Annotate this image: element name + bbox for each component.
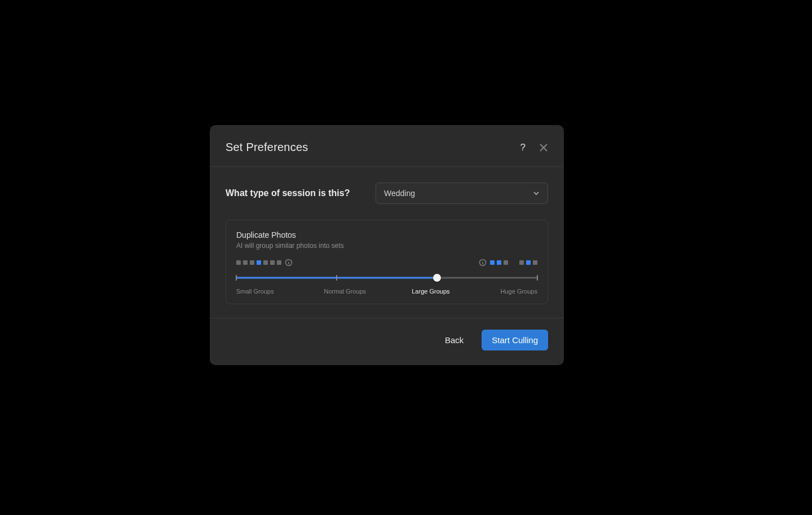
preferences-modal: Set Preferences ? What type of session i… — [210, 125, 564, 365]
session-type-value: Wedding — [384, 189, 415, 198]
svg-point-7 — [482, 260, 483, 261]
info-icon[interactable] — [479, 259, 487, 267]
duplicate-photos-card: Duplicate Photos AI will group similar p… — [226, 220, 548, 304]
start-culling-button[interactable]: Start Culling — [482, 330, 548, 350]
slider-legend — [236, 259, 537, 267]
slider-label-normal: Normal Groups — [312, 288, 387, 295]
help-icon[interactable]: ? — [520, 143, 526, 152]
group-size-slider[interactable] — [236, 272, 537, 283]
chevron-down-icon — [533, 190, 540, 197]
legend-small-icon — [236, 260, 281, 265]
session-type-question: What type of session is this? — [226, 188, 350, 198]
duplicate-title: Duplicate Photos — [236, 230, 537, 239]
modal-title: Set Preferences — [226, 141, 308, 154]
slider-label-large: Large Groups — [387, 288, 462, 295]
back-button[interactable]: Back — [439, 331, 469, 349]
legend-large-a-icon — [490, 260, 508, 265]
info-icon[interactable] — [285, 259, 293, 267]
modal-footer: Back Start Culling — [210, 318, 564, 365]
duplicate-description: AI will group similar photos into sets — [236, 242, 537, 250]
svg-point-4 — [288, 260, 289, 261]
slider-labels: Small Groups Normal Groups Large Groups … — [236, 288, 537, 295]
slider-label-huge: Huge Groups — [462, 288, 538, 295]
session-type-select[interactable]: Wedding — [376, 183, 548, 204]
close-icon[interactable] — [539, 143, 548, 152]
legend-large-b-icon — [519, 260, 537, 265]
modal-header: Set Preferences ? — [210, 125, 564, 167]
slider-label-small: Small Groups — [236, 288, 312, 295]
